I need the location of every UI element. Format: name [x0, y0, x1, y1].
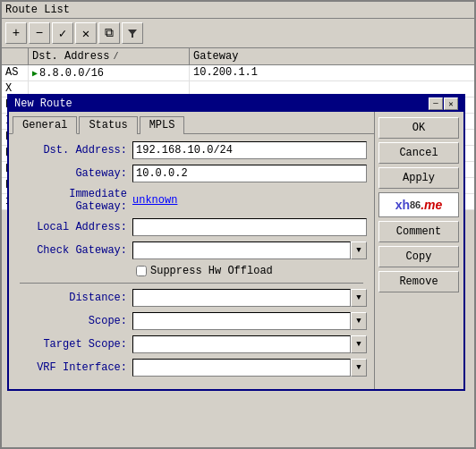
- distance-dropdown-arrow[interactable]: ▼: [351, 289, 367, 307]
- suppress-hw-checkbox[interactable]: [136, 266, 147, 276]
- target-scope-row: Target Scope: ▼: [16, 335, 367, 353]
- check-gateway-row: Check Gateway: ▼: [16, 241, 367, 259]
- close-button[interactable]: ✕: [444, 97, 458, 110]
- target-scope-label: Target Scope:: [16, 338, 132, 351]
- vrf-interface-label: VRF Interface:: [16, 361, 132, 374]
- copy-small-button[interactable]: ⧉: [98, 22, 120, 44]
- local-address-row: Local Address:: [16, 218, 367, 236]
- dialog-content: General Status MPLS Dst. Address: G: [9, 112, 463, 389]
- tab-general[interactable]: General: [13, 116, 77, 134]
- comment-button[interactable]: Comment: [378, 221, 459, 242]
- active-icon: ▶: [32, 68, 38, 79]
- x-button[interactable]: ✕: [75, 22, 97, 44]
- dialog-right-panel: OK Cancel Apply xh86.me Comment Copy Rem…: [374, 112, 463, 389]
- scope-label: Scope:: [16, 315, 132, 327]
- suppress-hw-row: Suppress Hw Offload: [136, 265, 367, 277]
- table-header: Dst. Address / Gateway: [2, 48, 474, 65]
- ok-button[interactable]: OK: [378, 117, 459, 139]
- route-list-title: Route List: [5, 4, 70, 16]
- gateway-row: Gateway:: [16, 165, 367, 182]
- target-scope-dropdown-wrapper: ▼: [132, 335, 367, 353]
- local-address-input[interactable]: [132, 218, 367, 236]
- col-header-gw: Gateway: [190, 48, 306, 64]
- svg-marker-0: [128, 30, 137, 38]
- sort-icon: /: [113, 52, 118, 62]
- dialog-tabs: General Status MPLS: [9, 112, 374, 134]
- immediate-gateway-row: Immediate Gateway: unknown: [16, 188, 367, 213]
- dialog-left-panel: General Status MPLS Dst. Address: G: [9, 112, 374, 389]
- dst-address-row: Dst. Address:: [16, 141, 367, 159]
- check-button[interactable]: ✓: [52, 22, 73, 44]
- check-gateway-dropdown-arrow[interactable]: ▼: [351, 241, 367, 259]
- gateway-label: Gateway:: [16, 167, 132, 180]
- dst-address-input[interactable]: [132, 141, 367, 159]
- distance-dropdown-wrapper: ▼: [132, 289, 367, 307]
- new-route-dialog: New Route ─ ✕ General Status MPLS: [7, 94, 465, 391]
- local-address-label: Local Address:: [16, 221, 132, 233]
- vrf-interface-row: VRF Interface: ▼: [16, 359, 367, 377]
- suppress-hw-label: Suppress Hw Offload: [150, 265, 273, 277]
- dialog-titlebar: New Route ─ ✕: [9, 96, 463, 112]
- xb-banner: xh86.me: [378, 192, 459, 217]
- immediate-gateway-label: Immediate Gateway:: [16, 188, 132, 213]
- check-gateway-input[interactable]: [132, 241, 351, 259]
- remove-button[interactable]: Remove: [378, 271, 459, 292]
- immediate-gateway-value[interactable]: unknown: [132, 194, 177, 207]
- distance-row: Distance: ▼: [16, 289, 367, 307]
- copy-button[interactable]: Copy: [378, 246, 459, 267]
- scope-dropdown-wrapper: ▼: [132, 312, 367, 330]
- tab-content-general: Dst. Address: Gateway: Immediate Gateway…: [9, 134, 374, 389]
- apply-button[interactable]: Apply: [378, 167, 459, 189]
- dst-address-label: Dst. Address:: [16, 144, 132, 157]
- cancel-button[interactable]: Cancel: [378, 142, 459, 164]
- tab-status[interactable]: Status: [79, 116, 137, 134]
- route-list-titlebar: Route List: [2, 2, 474, 19]
- minimize-button[interactable]: ─: [429, 97, 443, 110]
- vrf-interface-dropdown-arrow[interactable]: ▼: [351, 359, 367, 377]
- dialog-title-buttons: ─ ✕: [429, 97, 458, 110]
- col-header-flag: [2, 48, 29, 64]
- dialog-title: New Route: [14, 97, 72, 110]
- gateway-input[interactable]: [132, 165, 367, 182]
- tab-mpls[interactable]: MPLS: [140, 116, 185, 134]
- distance-input[interactable]: [132, 289, 351, 307]
- table-row[interactable]: AS ▶ 8.8.0.0/16 10.200.1.1: [2, 65, 474, 81]
- distance-label: Distance:: [16, 292, 132, 304]
- toolbar: + − ✓ ✕ ⧉: [2, 19, 474, 48]
- vrf-interface-dropdown-wrapper: ▼: [132, 359, 367, 377]
- separator: [20, 283, 363, 284]
- vrf-interface-input[interactable]: [132, 359, 351, 377]
- filter-button[interactable]: [122, 22, 143, 44]
- remove-button[interactable]: −: [29, 22, 50, 44]
- target-scope-dropdown-arrow[interactable]: ▼: [351, 335, 367, 353]
- check-gateway-label: Check Gateway:: [16, 244, 132, 257]
- check-gateway-dropdown-wrapper: ▼: [132, 241, 367, 259]
- scope-dropdown-arrow[interactable]: ▼: [351, 312, 367, 330]
- col-header-dst: Dst. Address /: [29, 48, 190, 64]
- scope-row: Scope: ▼: [16, 312, 367, 330]
- target-scope-input[interactable]: [132, 335, 351, 353]
- scope-input[interactable]: [132, 312, 351, 330]
- add-button[interactable]: +: [5, 22, 27, 44]
